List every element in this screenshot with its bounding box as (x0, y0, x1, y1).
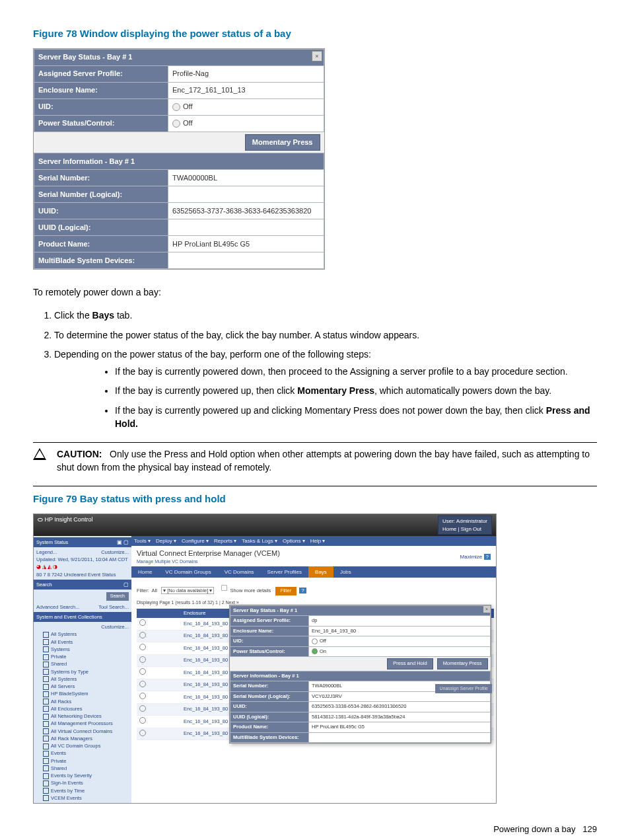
power-label: Power Status/Control: (34, 116, 168, 132)
close-icon[interactable]: × (483, 606, 490, 613)
user-box[interactable]: User: AdministratorHome | Sign Out (438, 515, 492, 534)
figure-78-window: × Server Bay Status - Bay # 1 Assigned S… (33, 48, 325, 270)
tree-item[interactable]: All Rack Managers (36, 735, 129, 742)
multiblade-value (168, 252, 324, 269)
radio-icon[interactable] (139, 705, 146, 712)
radio-icon[interactable] (139, 644, 146, 650)
procedure-steps: Click the Bays tab. To determine the pow… (54, 309, 597, 430)
system-status-header: System Status▣ ▢ (34, 537, 131, 547)
tree-item[interactable]: Events by Severity (36, 772, 129, 779)
enclosure-value: Enc_172_161_101_13 (168, 83, 324, 99)
enclosure-label: Enclosure Name: (34, 83, 168, 99)
momentary-press-button[interactable]: Momentary Press (245, 134, 320, 151)
caution-text: CAUTION: Only use the Press and Hold opt… (57, 448, 597, 474)
bay-status-header: Server Bay Status - Bay # 1 (34, 50, 324, 66)
tree-item[interactable]: Systems by Type (36, 668, 129, 675)
tree-item[interactable]: All Systems (36, 675, 129, 683)
unassign-server-profile-button[interactable]: Unassign Server Profile (435, 684, 492, 693)
main-content: Tools ▾Deploy ▾Configure ▾Reports ▾Tasks… (131, 536, 496, 804)
menu-item[interactable]: Tasks & Logs ▾ (242, 538, 277, 544)
figure-79-window: ⬭ HP Insight Control User: Administrator… (33, 514, 497, 804)
column-header[interactable] (137, 609, 167, 619)
page-footer: Powering down a bay 129 (33, 823, 597, 835)
page-title: Virtual Connect Enterprise Manager (VCEM… (137, 549, 280, 558)
radio-icon[interactable] (139, 717, 146, 724)
radio-icon[interactable] (139, 681, 146, 687)
tree-item[interactable]: Shared (36, 660, 129, 668)
tree-item[interactable]: All Servers (36, 683, 129, 690)
uid-value[interactable]: Off (168, 99, 324, 116)
menu-item[interactable]: Deploy ▾ (156, 538, 176, 544)
menu-item[interactable]: Reports ▾ (214, 538, 236, 544)
tab-bays[interactable]: Bays (308, 566, 333, 578)
tree-item[interactable]: Events by Time (36, 787, 129, 794)
product-label: Product Name: (34, 236, 168, 252)
tree-item[interactable]: All Racks (36, 698, 129, 705)
uid-label: UID: (34, 99, 168, 116)
uuid-value: 63525653-3737-3638-3633-646235363820 (168, 203, 324, 219)
titlebar: ⬭ HP Insight Control User: Administrator… (34, 514, 496, 535)
tree-item[interactable]: Events (36, 749, 129, 757)
tab-jobs[interactable]: Jobs (333, 566, 358, 578)
uuid-logical-value (168, 219, 324, 236)
press-and-hold-button[interactable]: Press and Hold (387, 658, 433, 669)
tree-item[interactable]: Shared (36, 765, 129, 772)
filter-button[interactable]: Filter (275, 587, 297, 595)
serial-logical-value (168, 186, 324, 203)
help-icon[interactable]: ? (299, 588, 306, 593)
tree-item[interactable]: VCEM Events (36, 794, 129, 802)
divider (33, 486, 597, 486)
momentary-press-button[interactable]: Momentary Press (437, 658, 488, 669)
menu-item[interactable]: Configure ▾ (182, 538, 209, 544)
multiblade-label: MultiBlade System Devices: (34, 252, 168, 269)
sidebar: System Status▣ ▢ Legend... Customize... … (34, 536, 131, 804)
radio-icon[interactable] (139, 632, 146, 638)
close-icon[interactable]: × (312, 51, 322, 61)
radio-icon[interactable] (139, 668, 146, 675)
serial-value: TWA00000BL (168, 170, 324, 186)
tree-item[interactable]: All VC Domain Groups (36, 742, 129, 749)
show-more-checkbox[interactable] (221, 585, 227, 591)
radio-icon[interactable] (139, 656, 146, 663)
serial-label: Serial Number: (34, 170, 168, 186)
menu-item[interactable]: Help ▾ (310, 538, 326, 544)
figure-78-title: Figure 78 Window displaying the power st… (33, 26, 597, 40)
menubar[interactable]: Tools ▾Deploy ▾Configure ▾Reports ▾Tasks… (131, 536, 496, 546)
tab-vc-domains[interactable]: VC Domains (218, 566, 261, 578)
tree-item[interactable]: Systems (36, 646, 129, 653)
tree-item[interactable]: Private (36, 653, 129, 660)
tree-item[interactable]: Sign-In Events (36, 779, 129, 786)
assigned-profile-label: Assigned Server Profile: (34, 66, 168, 83)
server-info-header: Server Information - Bay # 1 (34, 153, 324, 170)
search-button[interactable]: Search (106, 592, 129, 601)
tab-server-profiles[interactable]: Server Profiles (261, 566, 308, 578)
tree-item[interactable]: All Events (36, 638, 129, 646)
tree-item[interactable]: Private (36, 757, 129, 765)
column-header[interactable] (167, 609, 181, 619)
tree-item[interactable]: All Management Processors (36, 720, 129, 727)
serial-logical-label: Serial Number (Logical): (34, 186, 168, 203)
maximize-link[interactable]: Maximize (460, 554, 483, 560)
tab-vc-domain-groups[interactable]: VC Domain Groups (158, 566, 217, 578)
tree-item[interactable]: All Enclosures (36, 705, 129, 712)
filter-bar: Filter: All ▾ [No data available] ▾ Show… (131, 578, 496, 599)
radio-icon[interactable] (139, 693, 146, 699)
tree-item[interactable]: All Systems (36, 630, 129, 638)
help-icon[interactable]: ? (484, 554, 491, 560)
menu-item[interactable]: Options ▾ (283, 538, 305, 544)
radio-icon (172, 103, 180, 111)
led-on-icon (312, 648, 318, 654)
radio-icon (172, 120, 180, 128)
assigned-profile-value: Profile-Nag (168, 66, 324, 83)
tabs[interactable]: HomeVC Domain GroupsVC DomainsServer Pro… (131, 566, 496, 578)
tree-item[interactable]: All Virtual Connect Domains (36, 728, 129, 735)
page-subtitle: Manage Multiple VC Domains (137, 558, 280, 565)
power-value[interactable]: Off (168, 116, 324, 132)
radio-icon[interactable] (139, 730, 146, 736)
menu-item[interactable]: Tools ▾ (134, 538, 151, 544)
figure-79-title: Figure 79 Bay status with press and hold (33, 492, 597, 506)
tab-home[interactable]: Home (131, 566, 158, 578)
tree-item[interactable]: HP BladeSystem (36, 690, 129, 697)
radio-icon[interactable] (139, 619, 146, 626)
tree-item[interactable]: All Networking Devices (36, 712, 129, 720)
